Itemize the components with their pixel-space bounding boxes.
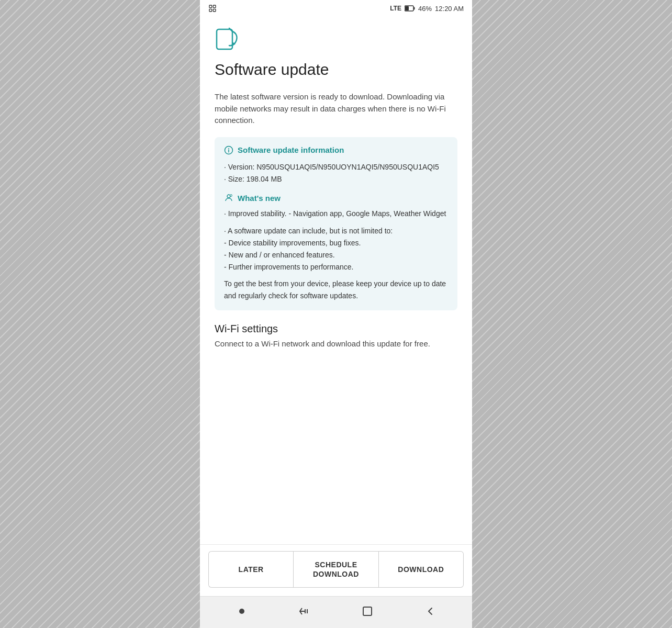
battery-percent: 46% bbox=[418, 5, 432, 13]
whats-new-label: What's new bbox=[238, 194, 281, 203]
whats-new-content: · Improved stability. - Navigation app, … bbox=[224, 208, 448, 302]
svg-rect-6 bbox=[405, 6, 409, 10]
back-button[interactable] bbox=[423, 604, 438, 619]
whats-new-line4: - New and / or enhanced features. bbox=[224, 249, 448, 261]
battery-icon bbox=[405, 5, 415, 12]
nav-bar bbox=[200, 596, 472, 628]
button-row: LATER SCHEDULEDOWNLOAD DOWNLOAD bbox=[200, 544, 472, 596]
version-info: · Version: N950USQU1AQI5/N950UOYN1AQI5/N… bbox=[224, 161, 448, 186]
page-description: The latest software version is ready to … bbox=[215, 91, 457, 127]
home-square-icon bbox=[361, 605, 374, 618]
svg-rect-18 bbox=[363, 607, 372, 615]
app-icon bbox=[215, 27, 457, 61]
version-text: · Version: N950USQU1AQI5/N950UOYN1AQI5/N… bbox=[224, 161, 448, 174]
svg-rect-1 bbox=[213, 5, 216, 8]
status-bar: LTE 46% 12:20 AM bbox=[200, 0, 472, 17]
wifi-title: Wi-Fi settings bbox=[215, 323, 457, 335]
info-header: Software update information bbox=[224, 145, 448, 155]
whats-new-icon bbox=[224, 193, 233, 203]
home-dot-icon bbox=[239, 609, 244, 614]
notification-icon bbox=[208, 4, 217, 13]
phone-frame: LTE 46% 12:20 AM Software update The lat… bbox=[200, 0, 472, 628]
recent-apps-icon bbox=[298, 605, 311, 618]
whats-new-line5: - Further improvements to performance. bbox=[224, 261, 448, 273]
svg-point-11 bbox=[227, 195, 230, 198]
signal-icon: LTE bbox=[390, 5, 401, 12]
back-arrow-icon bbox=[424, 605, 436, 618]
svg-rect-2 bbox=[209, 9, 212, 12]
whats-new-line6: To get the best from your device, please… bbox=[224, 278, 448, 302]
wifi-section: Wi-Fi settings Connect to a Wi-Fi networ… bbox=[215, 323, 457, 350]
schedule-download-button[interactable]: SCHEDULEDOWNLOAD bbox=[293, 551, 378, 588]
whats-new-line1: · Improved stability. - Navigation app, … bbox=[224, 208, 448, 220]
whats-new-header: What's new bbox=[224, 193, 448, 203]
info-box: Software update information · Version: N… bbox=[215, 137, 457, 310]
info-icon bbox=[224, 145, 233, 155]
download-button[interactable]: DOWNLOAD bbox=[379, 551, 464, 588]
later-button[interactable]: LATER bbox=[208, 551, 293, 588]
recent-apps-button[interactable] bbox=[297, 604, 312, 619]
wifi-description: Connect to a Wi-Fi network and download … bbox=[215, 338, 457, 350]
home-dot-button[interactable] bbox=[234, 604, 249, 619]
whats-new-line2: · A software update can include, but is … bbox=[224, 225, 448, 237]
size-text: · Size: 198.04 MB bbox=[224, 173, 448, 186]
main-content: Software update The latest software vers… bbox=[200, 17, 472, 544]
info-header-text: Software update information bbox=[238, 145, 344, 154]
svg-rect-5 bbox=[414, 7, 415, 10]
svg-rect-3 bbox=[213, 9, 216, 12]
svg-rect-0 bbox=[209, 5, 212, 8]
time-display: 12:20 AM bbox=[435, 5, 464, 13]
home-button[interactable] bbox=[360, 604, 375, 619]
page-title: Software update bbox=[215, 61, 457, 78]
whats-new-line3: - Device stability improvements, bug fix… bbox=[224, 237, 448, 249]
